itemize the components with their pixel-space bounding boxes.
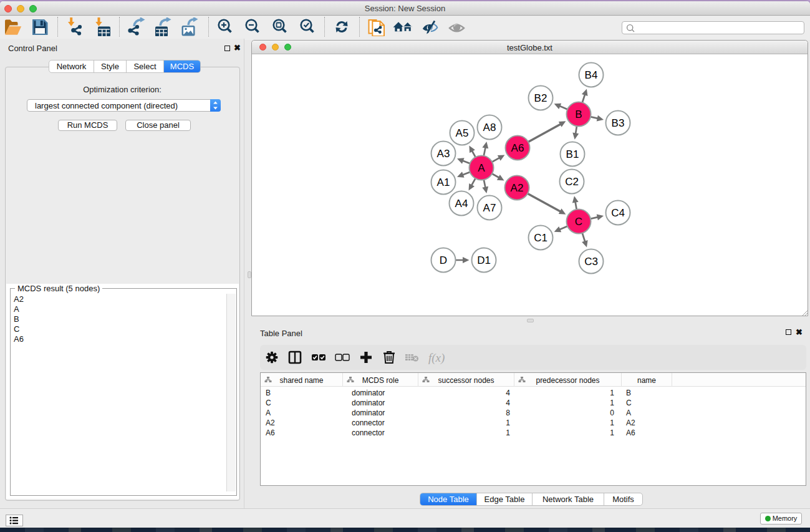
svg-text:B3: B3 (612, 117, 625, 129)
svg-text:A7: A7 (483, 202, 496, 214)
svg-text:C2: C2 (565, 176, 579, 188)
svg-text:D: D (440, 254, 447, 266)
svg-text:A1: A1 (437, 177, 450, 188)
svg-text:A3: A3 (437, 148, 450, 160)
svg-text:C4: C4 (611, 207, 625, 219)
svg-text:A4: A4 (455, 198, 468, 210)
svg-text:A5: A5 (456, 127, 469, 139)
svg-text:B4: B4 (585, 69, 598, 81)
svg-text:C1: C1 (534, 232, 547, 244)
svg-text:C: C (575, 216, 582, 228)
svg-text:A8: A8 (483, 122, 496, 133)
svg-text:C3: C3 (584, 256, 598, 268)
svg-text:A: A (478, 162, 485, 174)
svg-text:A6: A6 (511, 142, 524, 154)
svg-text:B1: B1 (566, 148, 579, 160)
svg-text:f(x): f(x) (428, 351, 445, 365)
svg-text:B2: B2 (534, 92, 547, 104)
svg-text:D1: D1 (477, 254, 491, 266)
svg-text:A2: A2 (511, 182, 524, 194)
svg-text:B: B (575, 109, 582, 120)
